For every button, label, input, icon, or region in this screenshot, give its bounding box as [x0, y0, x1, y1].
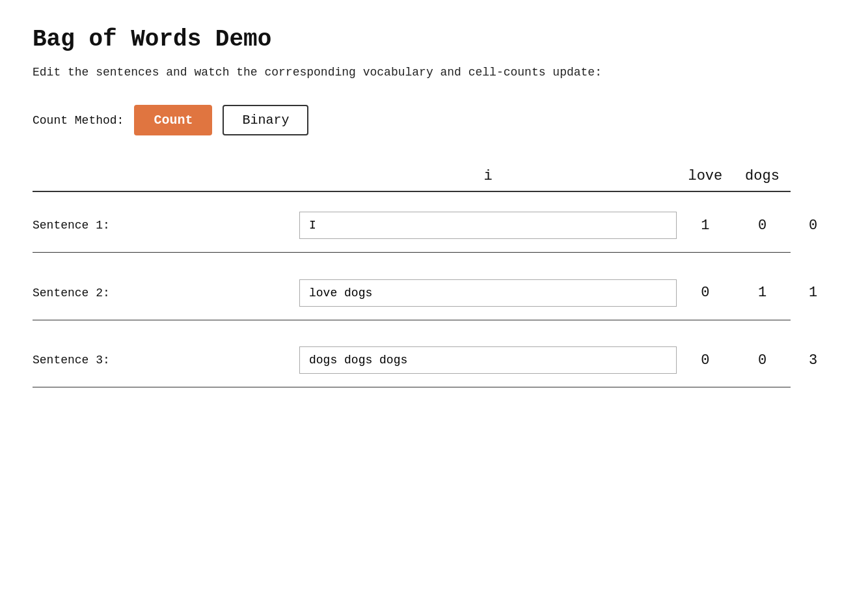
- spacer-row-1: [33, 253, 835, 260]
- count-cell-1-3: 0: [791, 192, 835, 253]
- sentence-row-3: Sentence 3:003: [33, 327, 835, 387]
- count-button[interactable]: Count: [134, 105, 212, 135]
- count-cell-3-3: 3: [791, 327, 835, 387]
- count-cell-1-1: 1: [677, 192, 734, 253]
- count-method-row: Count Method: Count Binary: [33, 105, 835, 135]
- count-cell-2-2: 1: [734, 260, 791, 320]
- subtitle: Edit the sentences and watch the corresp…: [33, 66, 835, 79]
- sentence-row-2: Sentence 2:011: [33, 260, 835, 320]
- bag-of-words-table: i love dogs Sentence 1:100Sentence 2:011…: [33, 168, 835, 395]
- vocab-header-love: love: [677, 168, 734, 191]
- vocab-header-i: i: [299, 168, 677, 191]
- vocab-header-dogs: dogs: [734, 168, 791, 191]
- count-cell-2-1: 0: [677, 260, 734, 320]
- count-cell-1-2: 0: [734, 192, 791, 253]
- binary-button[interactable]: Binary: [223, 105, 308, 135]
- sentence-input-3[interactable]: [299, 346, 677, 374]
- spacer-row-2: [33, 320, 835, 327]
- spacer-row-3: [33, 388, 835, 395]
- count-cell-3-2: 0: [734, 327, 791, 387]
- count-method-label: Count Method:: [33, 114, 124, 127]
- sentence-label-1: Sentence 1:: [33, 192, 299, 253]
- sentence-input-1[interactable]: [299, 212, 677, 239]
- sentence-label-2: Sentence 2:: [33, 260, 299, 320]
- count-cell-2-3: 1: [791, 260, 835, 320]
- sentence-label-3: Sentence 3:: [33, 327, 299, 387]
- sentence-row-1: Sentence 1:100: [33, 192, 835, 253]
- page-title: Bag of Words Demo: [33, 26, 835, 53]
- sentence-input-2[interactable]: [299, 279, 677, 307]
- sentence-col-header: [33, 168, 299, 191]
- count-cell-3-1: 0: [677, 327, 734, 387]
- vocab-header-row: i love dogs: [33, 168, 835, 191]
